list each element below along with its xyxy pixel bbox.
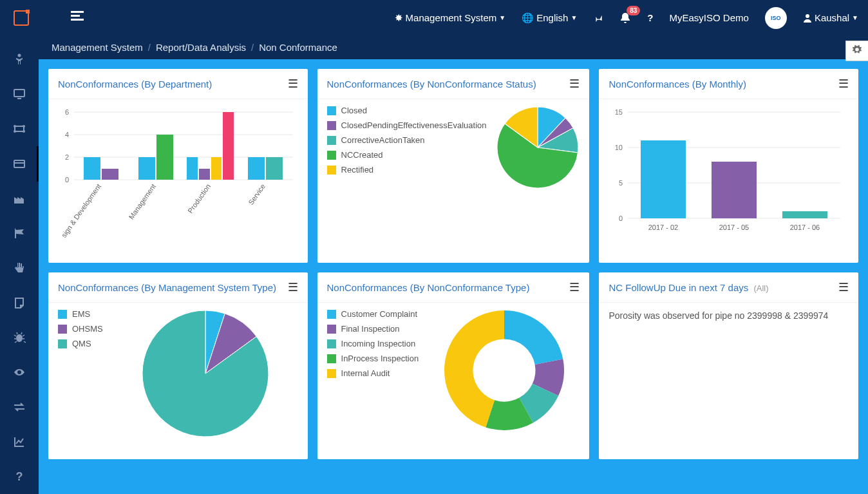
management-system-label: Management System xyxy=(406,12,497,23)
user-name-label: Kaushal xyxy=(815,12,849,23)
svg-rect-2 xyxy=(71,19,84,21)
notifications-button[interactable]: 83 xyxy=(619,12,631,24)
language-dropdown[interactable]: 🌐 English ▼ xyxy=(522,12,577,24)
gear-icon: ✸ xyxy=(395,12,403,24)
svg-rect-0 xyxy=(71,11,84,13)
svg-rect-1 xyxy=(71,15,80,17)
user-icon xyxy=(803,14,812,23)
top-nav: ✸ Management System ▼ 🌐 English ▼ 83 ? M… xyxy=(0,0,868,35)
management-system-dropdown[interactable]: ✸ Management System ▼ xyxy=(395,12,506,24)
globe-icon: 🌐 xyxy=(522,12,534,24)
caret-down-icon: ▼ xyxy=(499,14,505,21)
caret-down-icon: ▼ xyxy=(571,14,577,21)
language-label: English xyxy=(536,12,568,23)
user-menu[interactable]: Kaushal ▼ xyxy=(803,12,858,23)
notification-badge: 83 xyxy=(627,6,640,15)
sidebar-toggle-icon[interactable] xyxy=(71,11,84,24)
pin-icon[interactable] xyxy=(593,13,603,23)
caret-down-icon: ▼ xyxy=(852,14,858,21)
app-logo[interactable] xyxy=(10,6,32,29)
org-name[interactable]: MyEasyISO Demo xyxy=(670,12,749,23)
svg-point-3 xyxy=(806,14,809,18)
help-icon[interactable]: ? xyxy=(647,12,653,23)
org-avatar[interactable]: ISO xyxy=(765,7,787,29)
